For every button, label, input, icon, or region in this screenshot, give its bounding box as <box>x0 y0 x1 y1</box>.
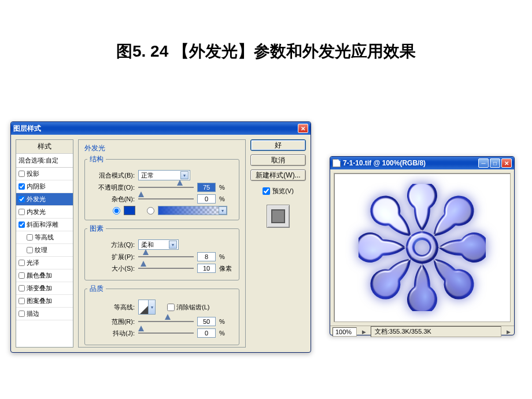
quality-group: 品质 等高线: ▾ 消除锯齿(L) 范围(R): <box>84 284 239 345</box>
range-slider-thumb[interactable] <box>165 314 171 320</box>
opacity-unit: % <box>219 184 225 191</box>
style-checkbox[interactable] <box>19 311 25 317</box>
style-label: 内发光 <box>27 208 46 216</box>
jitter-input[interactable] <box>197 328 216 338</box>
layer-style-dialog: 图层样式 ✕ 样式 混合选项:自定 投影内阴影外发光内发光斜面和浮雕等高线纹理光… <box>10 121 311 353</box>
range-slider[interactable] <box>138 317 194 326</box>
minimize-icon[interactable]: ─ <box>478 158 489 168</box>
cancel-button[interactable]: 取消 <box>250 154 306 166</box>
flower-shape <box>359 184 486 311</box>
style-label: 纹理 <box>35 246 47 254</box>
styles-list: 样式 混合选项:自定 投影内阴影外发光内发光斜面和浮雕等高线纹理光泽颜色叠加渐变… <box>16 139 73 348</box>
range-unit: % <box>219 318 225 325</box>
style-item[interactable]: 渐变叠加 <box>16 282 73 295</box>
opacity-input[interactable] <box>197 183 216 192</box>
style-checkbox[interactable] <box>19 209 25 215</box>
chevron-down-icon[interactable]: ▾ <box>148 300 155 314</box>
style-checkbox[interactable] <box>27 247 33 253</box>
blending-options[interactable]: 混合选项:自定 <box>16 154 73 168</box>
page-title: 图5. 24 【外发光】参数和外发光应用效果 <box>0 0 532 86</box>
jitter-slider-thumb[interactable] <box>138 326 144 331</box>
antialias-checkbox[interactable]: 消除锯齿(L) <box>167 303 209 312</box>
style-label: 颜色叠加 <box>27 271 52 280</box>
style-item[interactable]: 图案叠加 <box>16 295 73 308</box>
quality-legend: 品质 <box>87 284 106 294</box>
style-checkbox[interactable] <box>19 298 25 304</box>
style-item[interactable]: 描边 <box>16 308 73 320</box>
size-label: 大小(S): <box>90 264 135 273</box>
antialias-label: 消除锯齿(L) <box>176 303 209 312</box>
dialog-titlebar[interactable]: 图层样式 ✕ <box>11 122 311 135</box>
spread-label: 扩展(P): <box>90 253 135 261</box>
blend-mode-label: 混合模式(B): <box>90 171 135 180</box>
size-input[interactable] <box>197 264 216 273</box>
technique-label: 方法(Q): <box>90 241 135 249</box>
chevron-right-icon[interactable]: ▶ <box>360 329 367 335</box>
chevron-down-icon[interactable]: ▾ <box>219 206 227 215</box>
spread-slider[interactable] <box>138 252 194 261</box>
style-item[interactable]: 等高线 <box>16 231 73 244</box>
style-checkbox[interactable] <box>19 221 25 228</box>
elements-group: 图素 方法(Q): 柔和 ▾ 扩展(P): % <box>84 224 239 280</box>
contour-label: 等高线: <box>90 303 135 312</box>
preview-checkbox[interactable]: 预览(V) <box>250 187 306 195</box>
style-checkbox[interactable] <box>19 183 25 190</box>
noise-label: 杂色(N): <box>90 195 135 204</box>
style-checkbox[interactable] <box>27 234 33 241</box>
style-checkbox[interactable] <box>19 171 25 177</box>
new-style-button[interactable]: 新建样式(W)... <box>250 169 306 181</box>
jitter-label: 抖动(J): <box>90 329 135 338</box>
canvas[interactable] <box>334 173 511 322</box>
style-item[interactable]: 投影 <box>16 168 73 180</box>
ok-button[interactable]: 好 <box>250 139 306 151</box>
style-label: 外发光 <box>27 195 46 204</box>
opacity-slider[interactable] <box>138 183 194 192</box>
zoom-field[interactable]: 100% <box>332 327 357 337</box>
style-label: 投影 <box>27 169 39 178</box>
opacity-slider-thumb[interactable] <box>177 180 183 186</box>
jitter-slider[interactable] <box>138 328 194 338</box>
style-item[interactable]: 斜面和浮雕 <box>16 219 73 231</box>
opacity-label: 不透明度(O): <box>90 183 135 192</box>
docwin-titlebar[interactable]: 7-1-10.tif @ 100%(RGB/8) ─ □ ✕ <box>330 157 514 169</box>
noise-slider[interactable] <box>138 194 194 204</box>
maximize-icon[interactable]: □ <box>490 158 500 168</box>
style-item[interactable]: 纹理 <box>16 244 73 257</box>
structure-legend: 结构 <box>87 154 106 164</box>
size-slider[interactable] <box>138 264 194 273</box>
chevron-right-icon[interactable]: ▶ <box>505 329 512 335</box>
style-item[interactable]: 内发光 <box>16 206 73 219</box>
range-input[interactable] <box>197 317 216 326</box>
color-radio[interactable] <box>113 207 120 215</box>
chevron-down-icon[interactable]: ▾ <box>180 171 189 179</box>
style-item[interactable]: 光泽 <box>16 257 73 269</box>
spread-input[interactable] <box>197 252 216 261</box>
options-panel: 外发光 结构 混合模式(B): 正常 ▾ 不透明度(O): <box>78 139 246 348</box>
gradient-radio[interactable] <box>147 207 154 215</box>
close-icon[interactable]: ✕ <box>298 124 308 133</box>
contour-picker[interactable]: ▾ <box>138 300 156 315</box>
style-item[interactable]: 外发光 <box>16 193 73 206</box>
dialog-title: 图层样式 <box>13 124 41 134</box>
docwin-title: 7-1-10.tif @ 100%(RGB/8) <box>343 159 426 167</box>
preview-label: 预览(V) <box>272 187 294 195</box>
noise-unit: % <box>219 195 225 202</box>
style-item[interactable]: 内阴影 <box>16 180 73 193</box>
noise-input[interactable] <box>197 194 216 204</box>
chevron-down-icon[interactable]: ▾ <box>169 241 177 249</box>
noise-slider-thumb[interactable] <box>138 191 144 197</box>
size-slider-thumb[interactable] <box>141 261 146 267</box>
styles-header[interactable]: 样式 <box>16 140 73 154</box>
close-icon[interactable]: ✕ <box>501 158 512 168</box>
style-checkbox[interactable] <box>19 272 25 279</box>
style-checkbox[interactable] <box>19 285 25 291</box>
technique-combo[interactable]: 柔和 ▾ <box>138 239 179 250</box>
blend-mode-combo[interactable]: 正常 ▾ <box>138 170 190 180</box>
style-item[interactable]: 颜色叠加 <box>16 269 73 282</box>
color-swatch[interactable] <box>124 206 135 215</box>
style-checkbox[interactable] <box>19 196 25 202</box>
style-checkbox[interactable] <box>19 260 25 266</box>
document-window: 7-1-10.tif @ 100%(RGB/8) ─ □ ✕ <box>330 156 515 335</box>
gradient-swatch[interactable]: ▾ <box>158 206 227 215</box>
spread-slider-thumb[interactable] <box>143 249 149 255</box>
